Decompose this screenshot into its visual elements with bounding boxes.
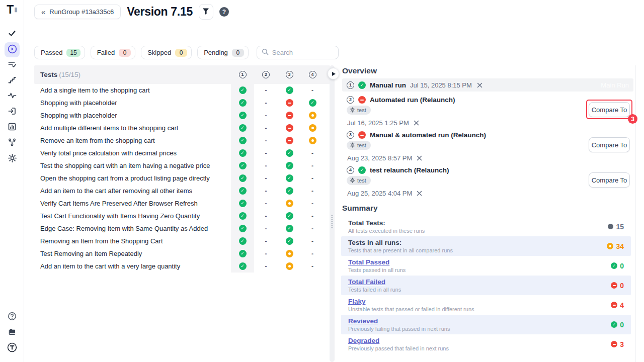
summary-list: Total Tests:All tests executed in these … [341, 217, 631, 354]
back-to-rungroup-button[interactable]: « RunGroup #13a335c6 [34, 5, 121, 19]
search-box[interactable] [257, 46, 339, 59]
divider-grip-handle[interactable] [331, 215, 333, 228]
remove-run-button[interactable] [477, 82, 482, 88]
remove-run-button[interactable] [417, 155, 422, 161]
collapse-panel-button[interactable] [328, 68, 339, 79]
filter-chip-skipped[interactable]: Skipped0 [141, 46, 192, 59]
no-result-dash: - [265, 162, 267, 169]
table-row[interactable]: Edge Case: Removing Item with Same Quant… [34, 222, 330, 235]
passed-icon: ✓ [239, 187, 247, 195]
filter-chip-failed[interactable]: Failed0 [91, 46, 135, 59]
chip-count-badge: 15 [66, 49, 80, 57]
compare-to-button[interactable]: Compare To [589, 102, 630, 117]
sidebar-item-branches[interactable] [5, 136, 20, 151]
sidebar-item-list-check[interactable] [5, 58, 20, 73]
table-row[interactable]: Shopping with placeholder✓- [34, 109, 330, 122]
status-cell [278, 197, 301, 210]
passed-icon: ✓ [239, 162, 247, 169]
table-row[interactable]: Test the shopping cart with an item havi… [34, 159, 330, 172]
table-row[interactable]: Verify total price calculation with deci… [34, 147, 330, 159]
chip-label: Pending [204, 49, 228, 56]
run-name: Manual & automated run (Relaunch) [370, 131, 486, 139]
status-cell: - [254, 84, 278, 97]
summary-link[interactable]: Revieved [348, 317, 450, 325]
help-button[interactable]: ? [219, 7, 229, 17]
test-name: Shopping with placeholder [40, 112, 231, 119]
status-cell: - [301, 84, 324, 97]
run-row-main[interactable]: 1✓Manual runJul 15, 2025 8:15 PMMain Run [342, 78, 633, 92]
no-result-dash: - [265, 125, 267, 132]
tests-table: Tests(15/15) 1234 Add a single item to t… [34, 65, 330, 273]
gear-icon [350, 177, 355, 184]
table-row[interactable]: Remove an item from the shopping cart✓- [34, 134, 330, 147]
panel-resize-divider[interactable] [330, 65, 335, 362]
pulse-icon [8, 91, 17, 102]
summary-link[interactable]: Total Failed [348, 278, 401, 286]
status-cell: - [301, 185, 324, 197]
run-date-line: Aug 23, 2025 8:57 PM [347, 154, 579, 162]
run-title-line[interactable]: 2Automated run (Relaunch) [347, 96, 579, 104]
filter-chip-pending[interactable]: Pending0 [197, 46, 249, 59]
status-cell: - [254, 147, 278, 159]
table-row[interactable]: Removing an Item from the Shopping Cart✓… [34, 235, 330, 247]
table-row[interactable]: Test Cart Functionality with Items Havin… [34, 210, 330, 222]
no-result-dash: - [265, 175, 267, 182]
status-cell: ✓ [231, 122, 254, 134]
run-number-circle: 2 [262, 71, 270, 78]
sidebar-item-gear[interactable] [5, 151, 20, 166]
remove-run-button[interactable] [414, 120, 419, 126]
summary-link[interactable]: Flaky [348, 298, 474, 305]
status-cell: ✓ [278, 172, 301, 185]
tests-table-title: Tests(15/15) [40, 71, 231, 78]
sidebar-item-pulse[interactable] [5, 89, 20, 104]
compare-to-button[interactable]: Compare To [589, 172, 630, 188]
filter-chip-passed[interactable]: Passed15 [34, 46, 85, 59]
run-tag[interactable]: test [347, 141, 371, 150]
passed-icon: ✓ [286, 237, 293, 245]
run-title-line[interactable]: 3Manual & automated run (Relaunch) [347, 131, 579, 139]
table-row[interactable]: Test Removing an Item Repeatedly✓-- [34, 247, 330, 260]
run-tag[interactable]: test [347, 106, 371, 115]
table-row[interactable]: Add multiple different items to the shop… [34, 122, 330, 134]
table-row[interactable]: Shopping with placeholder✓-✓ [34, 97, 330, 109]
passed-icon: ✓ [239, 225, 247, 232]
sidebar-item-check[interactable] [5, 27, 20, 42]
search-input[interactable] [272, 49, 330, 56]
run-tag[interactable]: test [347, 176, 371, 185]
sidebar-item-bar-chart[interactable] [5, 120, 20, 135]
run-column-header-1[interactable]: 1 [231, 65, 254, 84]
status-cell [301, 122, 324, 134]
compare-to-button[interactable]: Compare To [589, 137, 630, 152]
table-row[interactable]: Add an item to the cart with a very larg… [34, 260, 330, 273]
no-result-dash: - [311, 87, 313, 94]
sidebar-item-logo-circle[interactable] [5, 341, 20, 356]
no-result-dash: - [265, 263, 267, 270]
table-row[interactable]: Add a single item to the shopping cart✓-… [34, 84, 330, 97]
run-title-line[interactable]: 4✓test relaunch (Relaunch) [347, 166, 579, 174]
summary-link[interactable]: Degraded [348, 337, 449, 344]
test-name: Verify Cart Items Are Preserved After Br… [40, 200, 231, 207]
funnel-icon [202, 8, 209, 17]
run-column-header-3[interactable]: 3 [278, 65, 301, 84]
annotation-badge: 3 [628, 114, 637, 124]
tests-count: (15/15) [59, 71, 80, 78]
failed-icon [358, 96, 366, 104]
filter-button[interactable] [199, 4, 213, 20]
run-column-header-4[interactable]: 4 [301, 65, 324, 84]
status-cell: - [254, 185, 278, 197]
summary-link[interactable]: Total Passed [348, 258, 406, 266]
remove-run-button[interactable] [417, 191, 422, 196]
app-logo[interactable]: T▮ [0, 3, 24, 16]
table-row[interactable]: Open the shopping cart from a product li… [34, 172, 330, 185]
table-row[interactable]: Verify Cart Items Are Preserved After Br… [34, 197, 330, 210]
sidebar-item-play-circle[interactable] [5, 42, 20, 57]
table-row[interactable]: Add an item to the cart after removing a… [34, 185, 330, 197]
run-date: Jul 15, 2025 8:15 PM [410, 81, 472, 89]
sidebar-item-folders[interactable] [5, 325, 20, 340]
test-name: Test the shopping cart with an item havi… [40, 162, 231, 169]
sidebar-item-help[interactable] [5, 310, 20, 325]
sidebar-item-steps[interactable] [5, 73, 20, 88]
main-run-label: Main Run [601, 81, 629, 89]
run-column-header-2[interactable]: 2 [254, 65, 278, 84]
sidebar-item-import[interactable] [5, 105, 20, 120]
